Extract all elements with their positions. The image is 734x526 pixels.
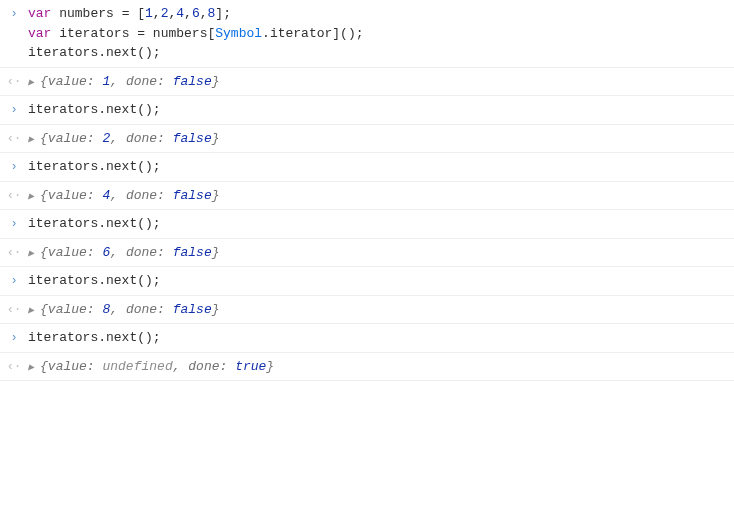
console-output-row: ‹· ▶ {value: undefined, done: true} <box>0 353 734 382</box>
disclosure-triangle-icon[interactable]: ▶ <box>28 75 34 90</box>
input-prompt-icon: › <box>0 4 28 23</box>
output-prompt-icon: ‹· <box>0 186 28 205</box>
output-prompt-icon: ‹· <box>0 72 28 91</box>
output-object[interactable]: ▶ {value: 1, done: false} <box>28 72 728 92</box>
input-prompt-icon: › <box>0 157 28 176</box>
output-prompt-icon: ‹· <box>0 300 28 319</box>
input-prompt-icon: › <box>0 214 28 233</box>
output-prompt-icon: ‹· <box>0 129 28 148</box>
input-code: iterators.next(); <box>28 214 728 234</box>
console-output-row: ‹· ▶ {value: 8, done: false} <box>0 296 734 325</box>
console-output-row: ‹· ▶ {value: 4, done: false} <box>0 182 734 211</box>
console-input-row[interactable]: › iterators.next(); <box>0 210 734 239</box>
output-prompt-icon: ‹· <box>0 243 28 262</box>
disclosure-triangle-icon[interactable]: ▶ <box>28 303 34 318</box>
input-code: var numbers = [1,2,4,6,8]; var iterators… <box>28 4 728 63</box>
input-code: iterators.next(); <box>28 157 728 177</box>
output-prompt-icon: ‹· <box>0 357 28 376</box>
input-code: iterators.next(); <box>28 100 728 120</box>
disclosure-triangle-icon[interactable]: ▶ <box>28 246 34 261</box>
console-input-row[interactable]: › iterators.next(); <box>0 324 734 353</box>
input-prompt-icon: › <box>0 100 28 119</box>
input-prompt-icon: › <box>0 271 28 290</box>
output-object[interactable]: ▶ {value: 2, done: false} <box>28 129 728 149</box>
input-prompt-icon: › <box>0 328 28 347</box>
console-output-row: ‹· ▶ {value: 1, done: false} <box>0 68 734 97</box>
disclosure-triangle-icon[interactable]: ▶ <box>28 360 34 375</box>
console-output-row: ‹· ▶ {value: 6, done: false} <box>0 239 734 268</box>
input-code: iterators.next(); <box>28 328 728 348</box>
console-output-row: ‹· ▶ {value: 2, done: false} <box>0 125 734 154</box>
output-object[interactable]: ▶ {value: 6, done: false} <box>28 243 728 263</box>
disclosure-triangle-icon[interactable]: ▶ <box>28 132 34 147</box>
output-object[interactable]: ▶ {value: 4, done: false} <box>28 186 728 206</box>
output-object[interactable]: ▶ {value: 8, done: false} <box>28 300 728 320</box>
disclosure-triangle-icon[interactable]: ▶ <box>28 189 34 204</box>
console-input-row[interactable]: › iterators.next(); <box>0 153 734 182</box>
console-input-row[interactable]: › iterators.next(); <box>0 96 734 125</box>
input-code: iterators.next(); <box>28 271 728 291</box>
console-input-row[interactable]: › var numbers = [1,2,4,6,8]; var iterato… <box>0 0 734 68</box>
console-input-row[interactable]: › iterators.next(); <box>0 267 734 296</box>
output-object[interactable]: ▶ {value: undefined, done: true} <box>28 357 728 377</box>
